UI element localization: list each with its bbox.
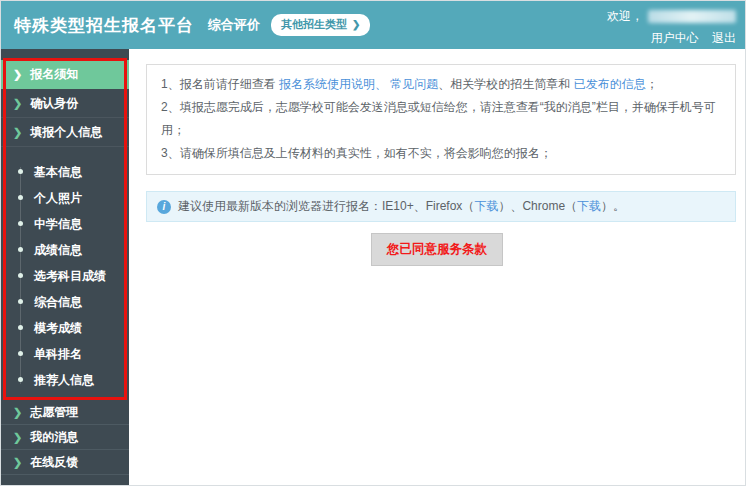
chrome-download-link[interactable]: 下载 xyxy=(577,199,601,213)
bullet-icon xyxy=(18,299,23,304)
sidebar-subitem-recommender-info[interactable]: 推荐人信息 xyxy=(1,367,129,393)
tip-text: ）、Chrome（ xyxy=(498,199,577,213)
main-content: 1、报名前请仔细查看 报名系统使用说明、 常见问题、相关学校的招生简章和 已发布… xyxy=(129,49,745,485)
sidebar-subitem-label: 成绩信息 xyxy=(34,243,82,257)
chevron-right-icon: ❯ xyxy=(13,431,22,443)
bullet-icon xyxy=(18,247,23,252)
sidebar-item-label: 报名须知 xyxy=(30,67,78,81)
sidebar-subitem-basic-info[interactable]: 基本信息 xyxy=(1,159,129,185)
sidebar-subitem-single-subject-ranking[interactable]: 单科排名 xyxy=(1,341,129,367)
tip-text: 建议使用最新版本的浏览器进行报名：IE10+、Firefox（ xyxy=(178,199,474,213)
bullet-icon xyxy=(18,195,23,200)
header-user-area: 欢迎， 用户中心 退出 xyxy=(607,8,736,47)
chevron-right-icon: ❯ xyxy=(13,68,22,80)
sidebar-subitem-school-info[interactable]: 中学信息 xyxy=(1,211,129,237)
button-row: 您已同意服务条款 xyxy=(129,233,745,266)
sidebar-item-label: 确认身份 xyxy=(30,96,78,110)
sidebar-item-confirm-identity[interactable]: ❯确认身份 xyxy=(1,89,129,118)
notice-text: ； xyxy=(646,77,658,91)
faq-link[interactable]: 常见问题 xyxy=(390,77,438,91)
bullet-icon xyxy=(18,169,23,174)
sidebar-subitem-mock-exam-scores[interactable]: 模考成绩 xyxy=(1,315,129,341)
bullet-icon xyxy=(18,351,23,356)
browser-tip-box: i 建议使用最新版本的浏览器进行报名：IE10+、Firefox（下载）、Chr… xyxy=(146,191,736,222)
bullet-icon xyxy=(18,221,23,226)
sidebar-subitem-label: 基本信息 xyxy=(34,165,82,179)
sidebar-item-registration-notice[interactable]: ❯报名须知 xyxy=(1,60,129,89)
info-icon: i xyxy=(157,200,171,214)
notice-text: 、相关学校的招生简章和 xyxy=(438,77,573,91)
welcome-row: 欢迎， xyxy=(607,8,736,24)
notice-line-2: 2、填报志愿完成后，志愿学校可能会发送消息或短信给您，请注意查看“我的消息”栏目… xyxy=(161,96,721,142)
chevron-right-icon: ❯ xyxy=(13,97,22,109)
redacted-username xyxy=(648,10,736,23)
sidebar-item-label: 在线反馈 xyxy=(30,455,78,469)
bullet-icon xyxy=(18,377,23,382)
notice-box: 1、报名前请仔细查看 报名系统使用说明、 常见问题、相关学校的招生简章和 已发布… xyxy=(146,64,736,175)
browser-tip-text: 建议使用最新版本的浏览器进行报名：IE10+、Firefox（下载）、Chrom… xyxy=(178,198,625,215)
sidebar-item-fill-personal-info[interactable]: ❯填报个人信息 xyxy=(1,118,129,147)
sidebar-subitem-label: 推荐人信息 xyxy=(34,373,94,387)
sidebar-subitem-label: 综合信息 xyxy=(34,295,82,309)
published-info-link[interactable]: 已发布的信息 xyxy=(574,77,646,91)
notice-line-3: 3、请确保所填信息及上传材料的真实性，如有不实，将会影响您的报名； xyxy=(161,142,721,165)
sidebar-subitem-comprehensive-info[interactable]: 综合信息 xyxy=(1,289,129,315)
app-window: 特殊类型招生报名平台 综合评价 其他招生类型 ❯ 欢迎， 用户中心 退出 ❯报名… xyxy=(0,0,746,486)
header-left: 特殊类型招生报名平台 综合评价 其他招生类型 ❯ xyxy=(14,1,370,49)
user-links-row: 用户中心 退出 xyxy=(607,30,736,47)
sidebar-item-label: 志愿管理 xyxy=(30,405,78,419)
other-admission-types-button[interactable]: 其他招生类型 ❯ xyxy=(271,14,370,36)
firefox-download-link[interactable]: 下载 xyxy=(474,199,498,213)
sidebar-subitem-label: 选考科目成绩 xyxy=(34,269,106,283)
sidebar-item-label: 我的消息 xyxy=(30,430,78,444)
header: 特殊类型招生报名平台 综合评价 其他招生类型 ❯ 欢迎， 用户中心 退出 xyxy=(1,1,745,49)
other-admission-types-label: 其他招生类型 xyxy=(281,17,347,32)
admission-type-label: 综合评价 xyxy=(208,16,260,34)
usage-instructions-link[interactable]: 报名系统使用说明、 xyxy=(279,77,387,91)
bullet-icon xyxy=(18,273,23,278)
chevron-right-icon: ❯ xyxy=(13,456,22,468)
page-title: 特殊类型招生报名平台 xyxy=(14,14,194,37)
sidebar-subitem-grade-info[interactable]: 成绩信息 xyxy=(1,237,129,263)
sidebar: ❯报名须知 ❯确认身份 ❯填报个人信息 基本信息 个人照片 中学信息 成绩信息 … xyxy=(1,49,129,485)
sidebar-item-online-feedback[interactable]: ❯在线反馈 xyxy=(1,450,129,475)
notice-text: 1、报名前请仔细查看 xyxy=(161,77,279,91)
chevron-right-icon: ❯ xyxy=(13,126,22,138)
sidebar-item-label: 填报个人信息 xyxy=(30,125,102,139)
sidebar-subitem-label: 单科排名 xyxy=(34,347,82,361)
notice-line-1: 1、报名前请仔细查看 报名系统使用说明、 常见问题、相关学校的招生简章和 已发布… xyxy=(161,73,721,96)
logout-link[interactable]: 退出 xyxy=(712,31,736,45)
chevron-right-icon: ❯ xyxy=(13,406,22,418)
tip-text: ）。 xyxy=(601,199,625,213)
sidebar-subitem-label: 中学信息 xyxy=(34,217,82,231)
agree-terms-button[interactable]: 您已同意服务条款 xyxy=(371,233,503,266)
sidebar-subitem-elective-subject-scores[interactable]: 选考科目成绩 xyxy=(1,263,129,289)
chevron-right-icon: ❯ xyxy=(352,19,360,30)
sidebar-subitem-personal-photo[interactable]: 个人照片 xyxy=(1,185,129,211)
sidebar-top-gap xyxy=(1,49,129,60)
sidebar-item-application-management[interactable]: ❯志愿管理 xyxy=(1,400,129,425)
sidebar-item-my-messages[interactable]: ❯我的消息 xyxy=(1,425,129,450)
sidebar-subitem-label: 模考成绩 xyxy=(34,321,82,335)
bullet-icon xyxy=(18,325,23,330)
welcome-text: 欢迎， xyxy=(607,8,643,25)
sidebar-sub-list: 基本信息 个人照片 中学信息 成绩信息 选考科目成绩 综合信息 模考成绩 单科排… xyxy=(1,147,129,400)
sidebar-subitem-label: 个人照片 xyxy=(34,191,82,205)
user-center-link[interactable]: 用户中心 xyxy=(651,31,699,45)
